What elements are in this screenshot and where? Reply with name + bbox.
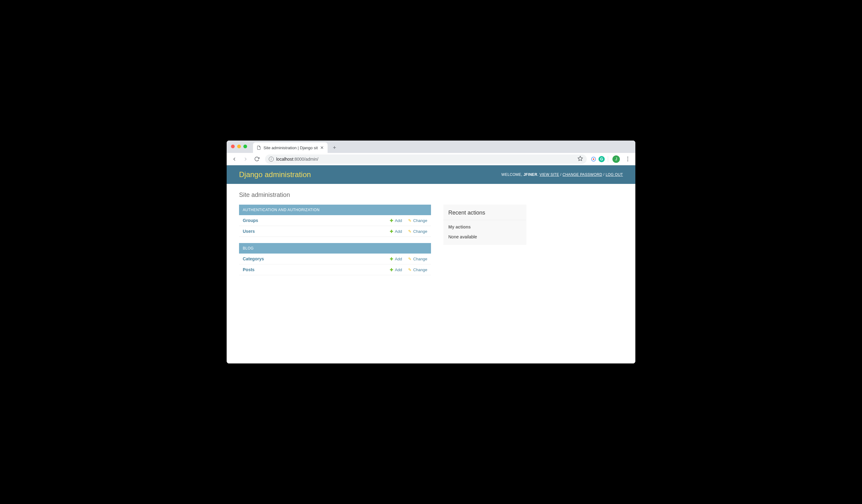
svg-marker-0 [578, 156, 583, 161]
browser-menu-button[interactable] [623, 157, 632, 161]
change-password-link[interactable]: CHANGE PASSWORD [563, 172, 602, 177]
model-row-groups: Groups ✚ Add ✎ Change [239, 215, 431, 226]
model-row-users: Users ✚ Add ✎ Change [239, 226, 431, 237]
forward-button[interactable] [241, 155, 250, 164]
traffic-lights [231, 145, 247, 148]
content-area: Site administration AUTHENTICATION AND A… [227, 184, 635, 363]
change-link-categorys[interactable]: ✎ Change [408, 257, 427, 261]
module-blog: BLOG Categorys ✚ Add ✎ Change Posts [239, 243, 431, 275]
change-link-groups[interactable]: ✎ Change [408, 218, 427, 223]
tab-title: Site administration | Django sit [263, 146, 318, 150]
profile-avatar[interactable]: J [612, 156, 620, 163]
action-label: Add [395, 267, 402, 272]
page-heading: Site administration [239, 191, 623, 198]
add-link-posts[interactable]: ✚ Add [390, 267, 402, 272]
change-link-posts[interactable]: ✎ Change [408, 267, 427, 272]
log-out-link[interactable]: LOG OUT [606, 172, 623, 177]
model-link-groups[interactable]: Groups [243, 218, 384, 223]
main-layout: AUTHENTICATION AND AUTHORIZATION Groups … [239, 204, 623, 281]
module-header[interactable]: BLOG [239, 243, 431, 254]
modules-column: AUTHENTICATION AND AUTHORIZATION Groups … [239, 204, 431, 281]
tab-bar: Site administration | Django sit ✕ + [227, 141, 635, 153]
plus-icon: ✚ [390, 229, 393, 234]
action-label: Change [413, 257, 427, 261]
url-path: :8000/admin/ [293, 157, 318, 162]
action-label: Add [395, 257, 402, 261]
browser-tab[interactable]: Site administration | Django sit ✕ [253, 142, 328, 153]
pencil-icon: ✎ [408, 257, 412, 261]
tab-close-icon[interactable]: ✕ [320, 145, 324, 150]
model-link-users[interactable]: Users [243, 229, 384, 234]
file-icon [257, 146, 261, 150]
action-label: Change [413, 218, 427, 223]
sidebar-subtitle: My actions [443, 220, 526, 231]
action-label: Add [395, 218, 402, 223]
django-header: Django administration WELCOME, JFINER. V… [227, 165, 635, 184]
sidebar-none-text: None available [443, 231, 526, 245]
pencil-icon: ✎ [408, 267, 412, 272]
pencil-icon: ✎ [408, 229, 412, 234]
new-tab-button[interactable]: + [330, 143, 339, 152]
model-row-categorys: Categorys ✚ Add ✎ Change [239, 254, 431, 264]
module-auth: AUTHENTICATION AND AUTHORIZATION Groups … [239, 204, 431, 237]
recent-actions-sidebar: Recent actions My actions None available [443, 204, 526, 245]
model-row-posts: Posts ✚ Add ✎ Change [239, 264, 431, 275]
username: JFINER [524, 172, 537, 177]
user-tools: WELCOME, JFINER. VIEW SITE / CHANGE PASS… [501, 172, 623, 177]
window-maximize-button[interactable] [243, 145, 247, 148]
window-minimize-button[interactable] [237, 145, 241, 148]
model-link-posts[interactable]: Posts [243, 267, 384, 272]
action-label: Add [395, 229, 402, 234]
svg-point-2 [593, 158, 595, 160]
add-link-users[interactable]: ✚ Add [390, 229, 402, 234]
grammarly-extension-icon[interactable]: G [599, 156, 605, 162]
url-text: localhost:8000/admin/ [276, 157, 318, 162]
plus-icon: ✚ [390, 257, 393, 261]
action-label: Change [413, 267, 427, 272]
url-host: localhost [276, 157, 293, 162]
browser-toolbar: i localhost:8000/admin/ G J [227, 153, 635, 165]
extension-icon[interactable] [590, 156, 597, 162]
view-site-link[interactable]: VIEW SITE [539, 172, 559, 177]
sidebar-title: Recent actions [443, 204, 526, 220]
model-link-categorys[interactable]: Categorys [243, 256, 384, 261]
site-info-icon[interactable]: i [269, 157, 274, 162]
plus-icon: ✚ [390, 218, 393, 223]
add-link-groups[interactable]: ✚ Add [390, 218, 402, 223]
window-close-button[interactable] [231, 145, 235, 148]
plus-icon: ✚ [390, 267, 393, 272]
add-link-categorys[interactable]: ✚ Add [390, 257, 402, 261]
browser-window: Site administration | Django sit ✕ + i l… [227, 141, 635, 363]
welcome-text: WELCOME, [501, 172, 523, 177]
change-link-users[interactable]: ✎ Change [408, 229, 427, 234]
pencil-icon: ✎ [408, 218, 412, 223]
reload-button[interactable] [252, 155, 261, 164]
module-header[interactable]: AUTHENTICATION AND AUTHORIZATION [239, 204, 431, 215]
bookmark-star-icon[interactable] [577, 156, 583, 162]
toolbar-separator [608, 156, 608, 162]
address-bar[interactable]: i localhost:8000/admin/ [265, 155, 587, 164]
action-label: Change [413, 229, 427, 234]
back-button[interactable] [230, 155, 239, 164]
site-title[interactable]: Django administration [239, 170, 311, 179]
